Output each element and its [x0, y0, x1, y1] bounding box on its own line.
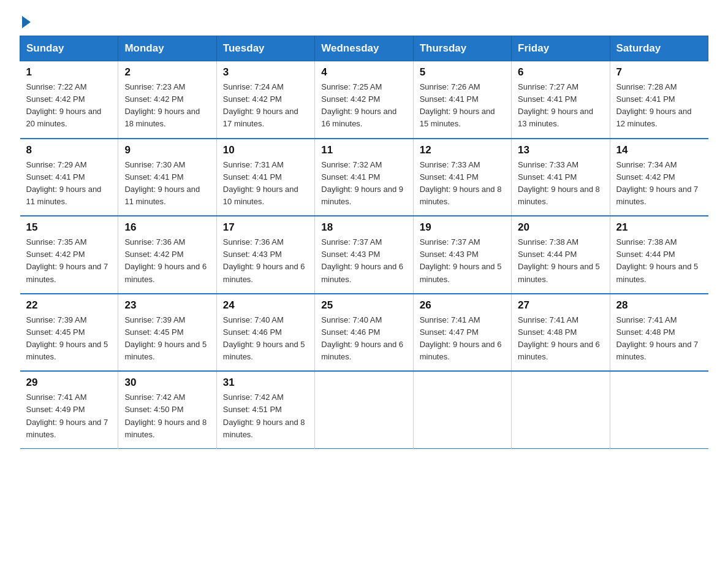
calendar-day-cell: 30 Sunrise: 7:42 AM Sunset: 4:50 PM Dayl… — [118, 371, 216, 448]
header-wednesday: Wednesday — [315, 36, 413, 61]
day-number: 11 — [321, 144, 406, 156]
header-tuesday: Tuesday — [216, 36, 314, 61]
day-info: Sunrise: 7:29 AM Sunset: 4:41 PM Dayligh… — [26, 159, 112, 209]
header-sunday: Sunday — [20, 36, 118, 61]
calendar-table: SundayMondayTuesdayWednesdayThursdayFrid… — [20, 36, 708, 449]
calendar-week-row: 8 Sunrise: 7:29 AM Sunset: 4:41 PM Dayli… — [20, 139, 708, 216]
day-number: 13 — [518, 144, 603, 156]
day-info: Sunrise: 7:31 AM Sunset: 4:41 PM Dayligh… — [223, 159, 308, 209]
day-number: 8 — [26, 144, 112, 156]
day-info: Sunrise: 7:37 AM Sunset: 4:43 PM Dayligh… — [321, 236, 406, 286]
day-info: Sunrise: 7:23 AM Sunset: 4:42 PM Dayligh… — [124, 81, 210, 131]
calendar-week-row: 15 Sunrise: 7:35 AM Sunset: 4:42 PM Dayl… — [20, 216, 708, 294]
day-info: Sunrise: 7:38 AM Sunset: 4:44 PM Dayligh… — [518, 236, 603, 286]
day-number: 22 — [26, 299, 112, 312]
calendar-day-cell: 19 Sunrise: 7:37 AM Sunset: 4:43 PM Dayl… — [413, 216, 511, 294]
day-info: Sunrise: 7:41 AM Sunset: 4:49 PM Dayligh… — [26, 391, 112, 441]
calendar-week-row: 1 Sunrise: 7:22 AM Sunset: 4:42 PM Dayli… — [20, 61, 708, 139]
calendar-day-cell: 27 Sunrise: 7:41 AM Sunset: 4:48 PM Dayl… — [512, 294, 610, 372]
day-info: Sunrise: 7:39 AM Sunset: 4:45 PM Dayligh… — [124, 314, 210, 364]
calendar-day-cell: 5 Sunrise: 7:26 AM Sunset: 4:41 PM Dayli… — [413, 61, 511, 139]
calendar-day-cell: 14 Sunrise: 7:34 AM Sunset: 4:42 PM Dayl… — [610, 139, 708, 216]
day-info: Sunrise: 7:35 AM Sunset: 4:42 PM Dayligh… — [26, 236, 112, 286]
calendar-day-cell: 2 Sunrise: 7:23 AM Sunset: 4:42 PM Dayli… — [118, 61, 216, 139]
day-number: 16 — [124, 221, 210, 234]
day-info: Sunrise: 7:32 AM Sunset: 4:41 PM Dayligh… — [321, 159, 406, 209]
calendar-day-cell: 20 Sunrise: 7:38 AM Sunset: 4:44 PM Dayl… — [512, 216, 610, 294]
day-info: Sunrise: 7:24 AM Sunset: 4:42 PM Dayligh… — [223, 81, 308, 131]
day-info: Sunrise: 7:27 AM Sunset: 4:41 PM Dayligh… — [518, 81, 603, 131]
calendar-day-cell: 4 Sunrise: 7:25 AM Sunset: 4:42 PM Dayli… — [315, 61, 413, 139]
day-info: Sunrise: 7:33 AM Sunset: 4:41 PM Dayligh… — [420, 159, 505, 209]
day-number: 4 — [321, 66, 406, 79]
day-info: Sunrise: 7:41 AM Sunset: 4:48 PM Dayligh… — [518, 314, 603, 364]
calendar-day-cell: 22 Sunrise: 7:39 AM Sunset: 4:45 PM Dayl… — [20, 294, 118, 372]
calendar-day-cell: 16 Sunrise: 7:36 AM Sunset: 4:42 PM Dayl… — [118, 216, 216, 294]
logo-arrow-icon — [22, 16, 31, 28]
day-info: Sunrise: 7:38 AM Sunset: 4:44 PM Dayligh… — [616, 236, 702, 286]
header-thursday: Thursday — [413, 36, 511, 61]
day-number: 6 — [518, 66, 603, 79]
calendar-day-cell: 21 Sunrise: 7:38 AM Sunset: 4:44 PM Dayl… — [610, 216, 708, 294]
empty-day-cell — [610, 371, 708, 448]
calendar-day-cell: 3 Sunrise: 7:24 AM Sunset: 4:42 PM Dayli… — [216, 61, 314, 139]
day-number: 5 — [420, 66, 505, 79]
day-number: 24 — [223, 299, 308, 312]
calendar-day-cell: 24 Sunrise: 7:40 AM Sunset: 4:46 PM Dayl… — [216, 294, 314, 372]
calendar-day-cell: 18 Sunrise: 7:37 AM Sunset: 4:43 PM Dayl… — [315, 216, 413, 294]
day-info: Sunrise: 7:34 AM Sunset: 4:42 PM Dayligh… — [616, 159, 702, 209]
day-number: 20 — [518, 221, 603, 234]
logo — [20, 15, 31, 25]
day-info: Sunrise: 7:39 AM Sunset: 4:45 PM Dayligh… — [26, 314, 112, 364]
empty-day-cell — [512, 371, 610, 448]
header-monday: Monday — [118, 36, 216, 61]
day-number: 21 — [616, 221, 702, 234]
empty-day-cell — [315, 371, 413, 448]
day-info: Sunrise: 7:28 AM Sunset: 4:41 PM Dayligh… — [616, 81, 702, 131]
empty-day-cell — [413, 371, 511, 448]
day-info: Sunrise: 7:36 AM Sunset: 4:43 PM Dayligh… — [223, 236, 308, 286]
day-info: Sunrise: 7:33 AM Sunset: 4:41 PM Dayligh… — [518, 159, 603, 209]
calendar-day-cell: 10 Sunrise: 7:31 AM Sunset: 4:41 PM Dayl… — [216, 139, 314, 216]
calendar-day-cell: 9 Sunrise: 7:30 AM Sunset: 4:41 PM Dayli… — [118, 139, 216, 216]
calendar-day-cell: 28 Sunrise: 7:41 AM Sunset: 4:48 PM Dayl… — [610, 294, 708, 372]
calendar-day-cell: 29 Sunrise: 7:41 AM Sunset: 4:49 PM Dayl… — [20, 371, 118, 448]
day-number: 17 — [223, 221, 308, 234]
calendar-day-cell: 13 Sunrise: 7:33 AM Sunset: 4:41 PM Dayl… — [512, 139, 610, 216]
day-number: 15 — [26, 221, 112, 234]
day-number: 26 — [420, 299, 505, 312]
day-number: 18 — [321, 221, 406, 234]
day-info: Sunrise: 7:36 AM Sunset: 4:42 PM Dayligh… — [124, 236, 210, 286]
day-number: 10 — [223, 144, 308, 156]
day-info: Sunrise: 7:22 AM Sunset: 4:42 PM Dayligh… — [26, 81, 112, 131]
day-info: Sunrise: 7:40 AM Sunset: 4:46 PM Dayligh… — [223, 314, 308, 364]
day-number: 28 — [616, 299, 702, 312]
calendar-header-row: SundayMondayTuesdayWednesdayThursdayFrid… — [20, 36, 708, 61]
calendar-day-cell: 25 Sunrise: 7:40 AM Sunset: 4:46 PM Dayl… — [315, 294, 413, 372]
calendar-week-row: 29 Sunrise: 7:41 AM Sunset: 4:49 PM Dayl… — [20, 371, 708, 448]
calendar-day-cell: 12 Sunrise: 7:33 AM Sunset: 4:41 PM Dayl… — [413, 139, 511, 216]
day-number: 25 — [321, 299, 406, 312]
day-info: Sunrise: 7:26 AM Sunset: 4:41 PM Dayligh… — [420, 81, 505, 131]
day-number: 1 — [26, 66, 112, 79]
header-saturday: Saturday — [610, 36, 708, 61]
day-number: 12 — [420, 144, 505, 156]
day-number: 23 — [124, 299, 210, 312]
day-number: 3 — [223, 66, 308, 79]
day-info: Sunrise: 7:42 AM Sunset: 4:51 PM Dayligh… — [223, 391, 308, 441]
header-friday: Friday — [512, 36, 610, 61]
day-number: 9 — [124, 144, 210, 156]
calendar-day-cell: 15 Sunrise: 7:35 AM Sunset: 4:42 PM Dayl… — [20, 216, 118, 294]
day-info: Sunrise: 7:41 AM Sunset: 4:48 PM Dayligh… — [616, 314, 702, 364]
calendar-day-cell: 31 Sunrise: 7:42 AM Sunset: 4:51 PM Dayl… — [216, 371, 314, 448]
day-info: Sunrise: 7:41 AM Sunset: 4:47 PM Dayligh… — [420, 314, 505, 364]
calendar-day-cell: 26 Sunrise: 7:41 AM Sunset: 4:47 PM Dayl… — [413, 294, 511, 372]
calendar-day-cell: 11 Sunrise: 7:32 AM Sunset: 4:41 PM Dayl… — [315, 139, 413, 216]
calendar-day-cell: 1 Sunrise: 7:22 AM Sunset: 4:42 PM Dayli… — [20, 61, 118, 139]
day-number: 14 — [616, 144, 702, 156]
day-number: 27 — [518, 299, 603, 312]
day-info: Sunrise: 7:30 AM Sunset: 4:41 PM Dayligh… — [124, 159, 210, 209]
day-number: 31 — [223, 377, 308, 389]
day-number: 30 — [124, 377, 210, 389]
day-number: 7 — [616, 66, 702, 79]
